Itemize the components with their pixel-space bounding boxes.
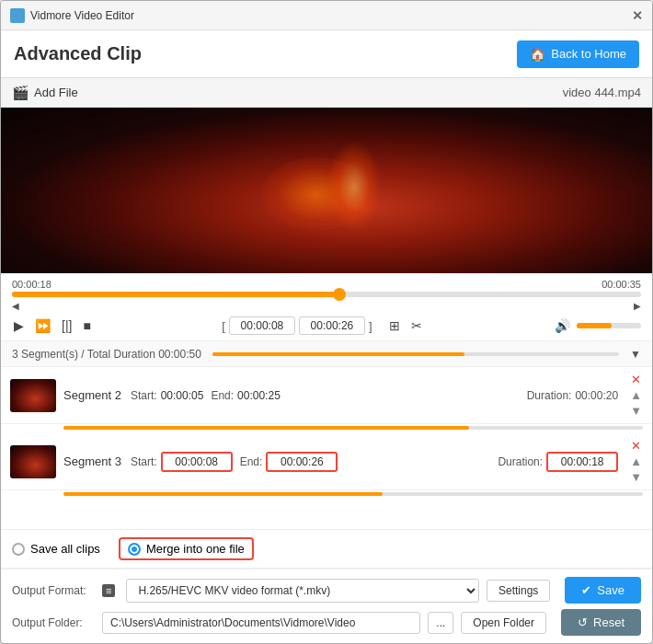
settings-button[interactable]: Settings <box>487 580 550 602</box>
segment-2-up-button[interactable]: ▲ <box>629 388 643 402</box>
segment-3-duration: Duration: <box>498 452 618 472</box>
toolbar-bar: 🎬 Add File video 444.mp4 <box>1 78 652 108</box>
format-select[interactable]: H.265/HEVC MKV video format (*.mkv) <box>126 579 479 603</box>
page-title: Advanced Clip <box>14 43 142 64</box>
segment-2-delete-button[interactable]: ✕ <box>629 373 643 386</box>
save-button[interactable]: ✔ Save <box>565 577 641 604</box>
start-time-input[interactable] <box>229 316 295 335</box>
volume-button[interactable]: 🔊 <box>553 316 572 335</box>
save-all-radio[interactable] <box>12 543 25 556</box>
format-label: Output Format: <box>12 584 95 597</box>
bracket-button[interactable]: [|] <box>60 316 74 335</box>
segment-3-down-button[interactable]: ▼ <box>629 470 643 484</box>
options-row: Save all clips Merge into one file <box>1 529 652 569</box>
progress-thumb[interactable] <box>333 288 346 301</box>
app-icon <box>10 8 25 23</box>
reset-button[interactable]: ↺ Reset <box>561 609 641 636</box>
folder-input[interactable] <box>102 612 420 634</box>
segments-header: 3 Segment(s) / Total Duration 00:00:50 ▼ <box>1 341 652 367</box>
reset-icon: ↺ <box>578 615 588 629</box>
segment-3-duration-input[interactable] <box>546 452 618 472</box>
segment-2-bar <box>63 426 643 430</box>
segment-2-thumb-inner <box>10 379 56 412</box>
segment-3-start-input[interactable] <box>161 452 233 472</box>
segment-2-start: Start: 00:00:05 <box>131 389 203 402</box>
add-file-icon: 🎬 <box>12 85 29 101</box>
collapse-button[interactable]: ▼ <box>630 348 641 361</box>
segment-3-up-button[interactable]: ▲ <box>629 454 643 468</box>
segment-3-thumb <box>10 445 56 478</box>
main-window: Vidmore Video Editor ✕ Advanced Clip 🏠 B… <box>0 0 653 644</box>
back-home-button[interactable]: 🏠 Back to Home <box>517 40 639 68</box>
video-frame <box>1 108 652 273</box>
trim-handle-right[interactable]: ▶ <box>634 301 641 311</box>
browse-button[interactable]: ... <box>428 612 453 634</box>
time-end: 00:00:35 <box>601 279 641 290</box>
add-file-button[interactable]: 🎬 Add File <box>12 85 78 101</box>
duration-label: Duration: <box>527 389 572 402</box>
start-label-3: Start: <box>131 455 157 468</box>
open-folder-button[interactable]: Open Folder <box>461 612 546 634</box>
segment-3-end-input[interactable] <box>266 452 338 472</box>
volume-fill <box>577 323 613 328</box>
reset-button-wrapper: ↺ Reset <box>561 609 641 636</box>
segment-2-duration-value: 00:00:20 <box>575 389 618 402</box>
volume-slider[interactable] <box>577 323 641 328</box>
segment-3-actions: ✕ ▲ ▼ <box>629 439 643 484</box>
play-button[interactable]: ▶ <box>12 316 26 335</box>
segment-2-end: End: 00:00:25 <box>211 389 280 402</box>
progress-bar[interactable] <box>12 292 641 297</box>
segment-3-bar <box>63 492 643 496</box>
segment-2-down-button[interactable]: ▼ <box>629 404 643 418</box>
end-time-input[interactable] <box>299 316 365 335</box>
segment-3-delete-button[interactable]: ✕ <box>629 439 643 453</box>
end-label: End: <box>211 389 234 402</box>
trim-handles: ◀ ▶ <box>1 301 652 311</box>
back-home-label: Back to Home <box>551 47 626 61</box>
window-title: Vidmore Video Editor <box>30 9 134 22</box>
save-label: Save <box>597 583 624 597</box>
output-section: Output Format: ≡ H.265/HEVC MKV video fo… <box>1 569 652 643</box>
volume-section: 🔊 <box>553 316 641 335</box>
duration-label-3: Duration: <box>498 455 543 468</box>
merge-radio[interactable] <box>128 543 141 556</box>
close-button[interactable]: ✕ <box>632 8 643 23</box>
segment-3-end: End: <box>240 452 338 472</box>
stop-button[interactable]: ■ <box>81 316 92 335</box>
segment-3-label: Segment 3 <box>63 454 123 468</box>
output-folder-row: Output Folder: ... Open Folder ↺ Reset <box>12 609 641 636</box>
save-checkmark-icon: ✔ <box>581 583 591 597</box>
segment-2-duration: Duration: 00:00:20 <box>527 389 618 402</box>
segment-2-thumb <box>10 379 56 412</box>
output-format-row: Output Format: ≡ H.265/HEVC MKV video fo… <box>12 577 641 604</box>
bracket-open: [ <box>222 319 225 333</box>
controls-row: ▶ ⏩ [|] ■ [ ] ⊞ ✂ 🔊 <box>1 311 652 341</box>
save-all-label: Save all clips <box>30 542 100 556</box>
table-row: Segment 2 Start: 00:00:05 End: 00:00:25 … <box>1 367 652 424</box>
start-label: Start: <box>131 389 157 402</box>
segment-2-start-value: 00:00:05 <box>161 389 204 402</box>
next-frame-button[interactable]: ⏩ <box>33 316 52 335</box>
header-bar: Advanced Clip 🏠 Back to Home <box>1 30 652 78</box>
title-bar: Vidmore Video Editor ✕ <box>1 1 652 30</box>
segments-progress-fill <box>212 352 464 356</box>
segments-info: 3 Segment(s) / Total Duration 00:00:50 <box>12 348 201 361</box>
add-segment-button[interactable]: ⊞ <box>387 316 402 335</box>
segments-progress-bar <box>212 352 619 356</box>
merge-option[interactable]: Merge into one file <box>119 537 254 560</box>
time-input-group: [ ] <box>222 316 372 335</box>
video-preview <box>1 108 652 273</box>
clip-icons: ⊞ ✂ <box>387 316 424 335</box>
save-all-clips-option[interactable]: Save all clips <box>12 542 100 556</box>
time-start: 00:00:18 <box>12 279 52 290</box>
trim-handle-left[interactable]: ◀ <box>12 301 19 311</box>
add-segment-icon: ⊞ <box>389 318 400 333</box>
home-icon: 🏠 <box>530 47 545 62</box>
progress-fill <box>12 292 339 297</box>
cut-button[interactable]: ✂ <box>409 316 424 335</box>
segment-2-label: Segment 2 <box>63 388 123 402</box>
cut-icon: ✂ <box>411 318 422 333</box>
segment-3-thumb-inner <box>10 445 56 478</box>
add-file-label: Add File <box>34 86 78 99</box>
bracket-close: ] <box>369 319 372 333</box>
